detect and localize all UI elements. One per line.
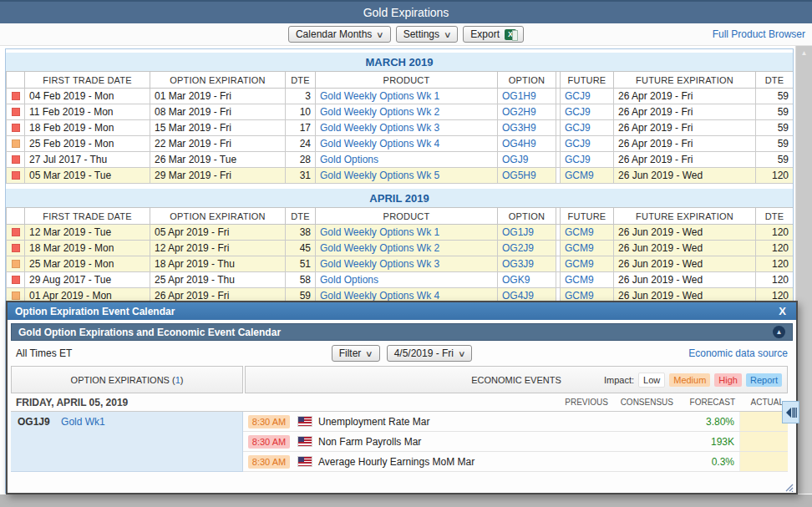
full-product-browser-link[interactable]: Full Product Browser — [713, 28, 805, 40]
option-code-link[interactable]: OG3H9 — [502, 122, 536, 134]
vertical-scrollbar[interactable]: ▲ — [795, 46, 812, 494]
future-code-link[interactable]: GCM9 — [565, 274, 594, 286]
future-code-link[interactable]: GCM9 — [565, 290, 594, 302]
event-actual-cell — [739, 432, 788, 451]
section-headers: OPTION EXPIRATIONS (1) ECONOMIC EVENTS I… — [11, 366, 788, 393]
table-row: 18 Mar 2019 - Mon12 Apr 2019 - Fri45Gold… — [7, 241, 794, 256]
future-code-link[interactable]: GCJ9 — [565, 138, 591, 150]
impact-marker-icon — [12, 124, 20, 132]
event-row: 8:30 AM Average Hourly Earnings MoM Mar … — [243, 452, 788, 472]
table-row: 29 Aug 2017 - Tue25 Apr 2019 - Thu58Gold… — [7, 272, 794, 288]
table-header-row: FIRST TRADE DATE OPTION EXPIRATION DTE P… — [7, 72, 794, 89]
modal-titlebar[interactable]: Option Expiration Event Calendar X — [8, 302, 796, 320]
impact-legend: Impact: Low Medium High Report — [604, 373, 782, 388]
product-link[interactable]: Gold Weekly Options Wk 3 — [320, 122, 439, 134]
product-link[interactable]: Gold Options — [320, 274, 378, 286]
modal-title: Option Expiration Event Calendar — [15, 306, 175, 317]
event-row: 8:30 AM Non Farm Payrolls Mar 193K — [243, 432, 788, 452]
product-link[interactable]: Gold Weekly Options Wk 2 — [320, 106, 439, 118]
option-code-link[interactable]: OG3J9 — [502, 258, 534, 270]
option-code-link[interactable]: OG4J9 — [502, 290, 534, 302]
product-link[interactable]: Gold Weekly Options Wk 3 — [320, 258, 439, 270]
col-option: OPTION — [498, 72, 556, 89]
col-product: PRODUCT — [316, 208, 498, 225]
product-link[interactable]: Gold Weekly Options Wk 2 — [320, 242, 439, 254]
option-code-link[interactable]: OG2H9 — [502, 106, 536, 118]
table-row: 27 Jul 2017 - Thu26 Mar 2019 - Tue28Gold… — [7, 152, 794, 168]
col-dte: DTE — [286, 72, 316, 89]
impact-marker-icon — [12, 260, 20, 268]
future-code-link[interactable]: GCM9 — [565, 226, 594, 238]
calendar-months-label: Calendar Months — [296, 28, 372, 40]
impact-marker-icon — [12, 244, 20, 252]
option-code-link[interactable]: OGK9 — [502, 274, 530, 286]
option-code-link[interactable]: OGJ9 — [502, 154, 528, 165]
chevron-down-icon: ∨ — [458, 349, 466, 358]
collapse-icon[interactable]: ▲ — [773, 326, 785, 338]
collapse-panel-handle[interactable] — [782, 401, 799, 423]
event-forecast: 193K — [678, 436, 739, 448]
expiration-cell: OG1J9 Gold Wk1 — [11, 412, 243, 472]
table-row: 25 Feb 2019 - Mon22 Mar 2019 - Fri24Gold… — [7, 136, 794, 152]
option-code-link[interactable]: OG5H9 — [502, 170, 536, 181]
product-link[interactable]: Gold Weekly Options Wk 1 — [320, 90, 439, 102]
future-code-link[interactable]: GCJ9 — [565, 154, 591, 165]
resize-handle-icon[interactable] — [784, 480, 794, 490]
table-row: 04 Feb 2019 - Mon01 Mar 2019 - Fri3Gold … — [7, 89, 794, 104]
event-actual-cell — [739, 412, 788, 431]
product-link[interactable]: Gold Weekly Options Wk 4 — [320, 138, 439, 150]
impact-high-badge: High — [714, 373, 742, 387]
future-code-link[interactable]: GCJ9 — [565, 122, 591, 134]
option-code-link[interactable]: OG1J9 — [502, 226, 534, 238]
economic-data-source-link[interactable]: Economic data source — [688, 347, 788, 359]
month-band-april: APRIL 2019 — [6, 189, 793, 207]
settings-label: Settings — [403, 28, 439, 40]
month-title: APRIL 2019 — [369, 192, 429, 205]
impact-marker-icon — [12, 276, 20, 284]
export-label: Export — [470, 28, 500, 40]
future-code-link[interactable]: GCM9 — [565, 242, 594, 254]
settings-dropdown[interactable]: Settings ∨ — [396, 26, 459, 43]
event-name: Non Farm Payrolls Mar — [318, 436, 554, 448]
future-code-link[interactable]: GCJ9 — [565, 106, 591, 118]
panel-arrow-icon — [784, 406, 797, 419]
option-code-link[interactable]: OG1H9 — [502, 90, 536, 102]
event-time-badge: 8:30 AM — [248, 415, 290, 428]
future-code-link[interactable]: GCM9 — [565, 170, 594, 181]
date-value: 4/5/2019 - Fri — [394, 347, 454, 359]
col-first-trade-date: FIRST TRADE DATE — [25, 208, 150, 225]
date-dropdown[interactable]: 4/5/2019 - Fri ∨ — [387, 345, 473, 362]
product-link[interactable]: Gold Weekly Options Wk 1 — [320, 226, 439, 238]
modal-controls: All Times ET Filter ∨ 4/5/2019 - Fri ∨ E… — [8, 341, 796, 366]
future-code-link[interactable]: GCM9 — [565, 258, 594, 270]
table-row: 05 Mar 2019 - Tue29 Mar 2019 - Fri31Gold… — [7, 168, 794, 184]
modal-subtitle: Gold Option Expirations and Economic Eve… — [18, 327, 281, 338]
col-future: FUTURE — [561, 72, 614, 89]
option-code-link[interactable]: OG4H9 — [502, 138, 536, 150]
impact-report-badge: Report — [746, 373, 782, 387]
event-name: Average Hourly Earnings MoM Mar — [318, 456, 554, 468]
product-link[interactable]: Gold Weekly Options Wk 5 — [320, 170, 439, 181]
event-name: Unemployment Rate Mar — [318, 416, 554, 428]
col-future-dte: DTE — [756, 72, 794, 89]
product-link[interactable]: Gold Weekly Options Wk 4 — [320, 290, 439, 302]
col-future: FUTURE — [561, 208, 614, 225]
option-code-link[interactable]: OG2J9 — [502, 242, 534, 254]
month-title: MARCH 2019 — [366, 56, 434, 68]
chevron-down-icon: ∨ — [444, 30, 452, 39]
table-row: 12 Mar 2019 - Tue05 Apr 2019 - Fri38Gold… — [7, 225, 794, 241]
event-forecast: 3.80% — [678, 416, 739, 428]
impact-label: Impact: — [604, 375, 634, 385]
economic-events-header: ECONOMIC EVENTS Impact: Low Medium High … — [245, 366, 788, 393]
col-previous: PREVIOUS — [554, 398, 612, 407]
future-code-link[interactable]: GCJ9 — [565, 90, 591, 102]
march-table: FIRST TRADE DATE OPTION EXPIRATION DTE P… — [6, 71, 794, 184]
expiration-name-link[interactable]: Gold Wk1 — [61, 416, 105, 428]
event-actual-cell — [739, 452, 788, 471]
close-icon[interactable]: X — [776, 305, 789, 317]
scroll-up-icon[interactable]: ▲ — [796, 46, 812, 59]
calendar-months-dropdown[interactable]: Calendar Months ∨ — [288, 26, 391, 43]
product-link[interactable]: Gold Options — [320, 154, 378, 165]
export-button[interactable]: Export X — [463, 26, 524, 43]
filter-dropdown[interactable]: Filter ∨ — [332, 345, 380, 362]
